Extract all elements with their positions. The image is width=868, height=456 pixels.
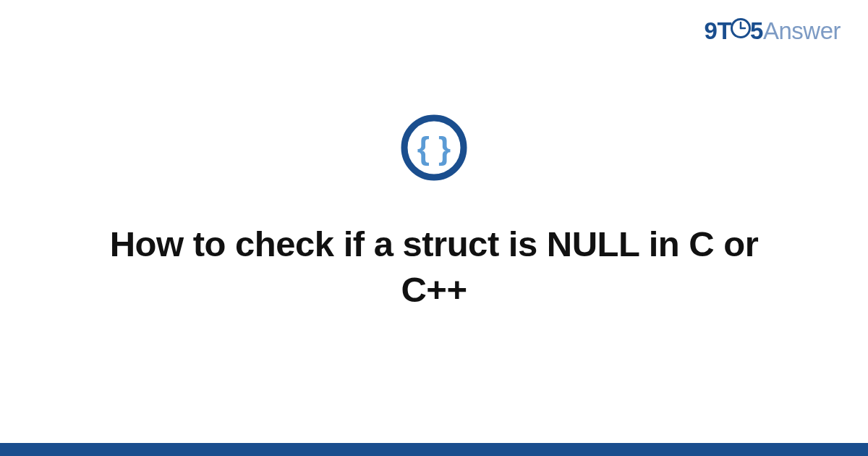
main-content: { } How to check if a struct is NULL in … <box>0 0 868 456</box>
footer-accent-bar <box>0 443 868 456</box>
code-braces-icon: { } <box>401 114 467 184</box>
page-title: How to check if a struct is NULL in C or… <box>87 221 781 312</box>
svg-text:{ }: { } <box>417 130 451 166</box>
